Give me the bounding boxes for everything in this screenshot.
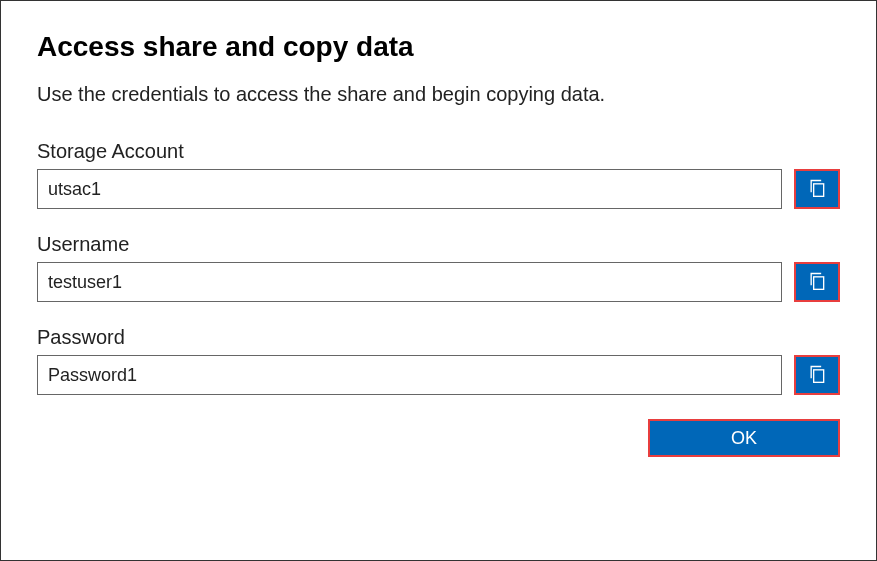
password-label: Password (37, 326, 840, 349)
svg-rect-0 (814, 183, 824, 196)
username-input[interactable] (37, 262, 782, 302)
username-group: Username (37, 233, 840, 302)
dialog-description: Use the credentials to access the share … (37, 83, 840, 106)
storage-account-input[interactable] (37, 169, 782, 209)
password-input[interactable] (37, 355, 782, 395)
storage-account-group: Storage Account (37, 140, 840, 209)
copy-icon (807, 177, 827, 202)
ok-button[interactable]: OK (648, 419, 840, 457)
password-group: Password (37, 326, 840, 395)
dialog-button-row: OK (37, 419, 840, 457)
username-row (37, 262, 840, 302)
username-label: Username (37, 233, 840, 256)
storage-account-row (37, 169, 840, 209)
dialog-title: Access share and copy data (37, 31, 840, 63)
svg-rect-1 (814, 276, 824, 289)
copy-icon (807, 363, 827, 388)
copy-storage-account-button[interactable] (794, 169, 840, 209)
svg-rect-2 (814, 369, 824, 382)
copy-username-button[interactable] (794, 262, 840, 302)
copy-password-button[interactable] (794, 355, 840, 395)
copy-icon (807, 270, 827, 295)
password-row (37, 355, 840, 395)
storage-account-label: Storage Account (37, 140, 840, 163)
